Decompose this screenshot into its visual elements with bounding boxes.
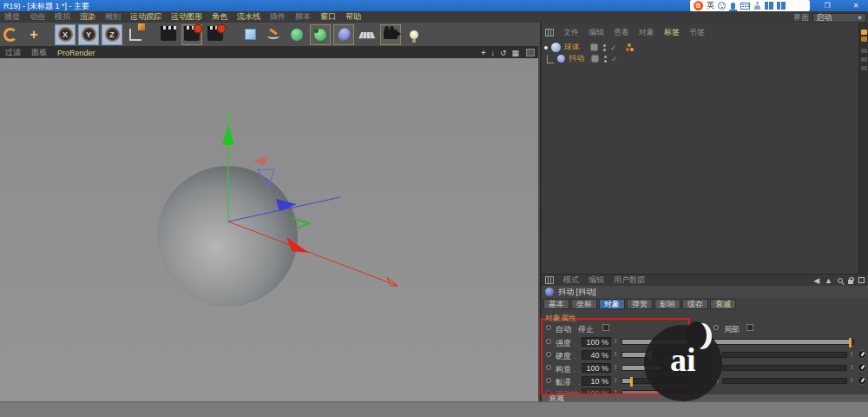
- account-icon[interactable]: [753, 2, 761, 10]
- map-dial-icon[interactable]: [858, 376, 866, 385]
- menu-snap[interactable]: 捕捉: [4, 11, 20, 23]
- generators-button[interactable]: [310, 24, 331, 45]
- ime-toolbar[interactable]: S 英: [690, 0, 810, 11]
- viewport-menu-prorender[interactable]: ProRender: [57, 49, 95, 57]
- menu-sculpt[interactable]: 雕刻: [105, 11, 121, 23]
- z-axis-lock-button[interactable]: Z: [102, 24, 122, 45]
- layer-toggle[interactable]: [591, 55, 599, 63]
- menu-simulate[interactable]: 模拟: [55, 11, 70, 23]
- keyboard-icon[interactable]: [740, 3, 750, 10]
- strip-button[interactable]: [861, 66, 867, 70]
- attr-menu-edit[interactable]: 编辑: [589, 275, 604, 286]
- mic-icon[interactable]: [731, 3, 735, 10]
- menu-help[interactable]: 帮助: [345, 11, 361, 23]
- menu-character[interactable]: 角色: [212, 11, 227, 23]
- layer-toggle[interactable]: [590, 43, 598, 51]
- x-axis-lock-button[interactable]: X: [55, 24, 76, 45]
- camera-button[interactable]: [380, 24, 401, 45]
- viewport[interactable]: 过滤 面板 ProRender + ↓ ↺ ▦: [0, 47, 538, 401]
- pan-icon[interactable]: +: [481, 49, 485, 57]
- render-view-button[interactable]: [158, 24, 179, 45]
- keyframe-circle-icon[interactable]: [713, 325, 719, 330]
- enabled-check-icon[interactable]: ✓: [611, 55, 618, 63]
- deformers-button[interactable]: [333, 24, 354, 45]
- y-axis-lock-button[interactable]: Y: [78, 24, 99, 45]
- rotate-icon[interactable]: ↺: [500, 49, 507, 57]
- restore-button[interactable]: ❐: [818, 0, 837, 11]
- menu-animation[interactable]: 动画: [30, 11, 45, 23]
- tab-basic[interactable]: 基本: [543, 299, 569, 309]
- menu-script[interactable]: 脚本: [295, 11, 311, 23]
- add-cube-button[interactable]: [240, 24, 260, 45]
- viewport-menu-filter[interactable]: 过滤: [5, 47, 21, 58]
- layout-dropdown[interactable]: 启动 ▼: [812, 13, 866, 23]
- back-icon[interactable]: ◀: [813, 276, 819, 285]
- ime-lang-label[interactable]: 英: [707, 0, 714, 11]
- folder-icon[interactable]: [861, 30, 867, 35]
- hierarchy-dot[interactable]: [544, 46, 548, 50]
- forward-icon[interactable]: ▲: [825, 276, 832, 285]
- zoom-icon[interactable]: ↓: [490, 49, 495, 57]
- viewport-menu-panel[interactable]: 面板: [31, 47, 47, 58]
- om-menu-bookmarks[interactable]: 书签: [689, 27, 705, 38]
- drag-map-field[interactable]: [722, 378, 847, 384]
- visibility-dots-icon[interactable]: [604, 55, 608, 63]
- tab-falloff[interactable]: 衰减: [710, 299, 736, 309]
- stiffness-map-field[interactable]: [722, 352, 847, 358]
- slider-handle[interactable]: [849, 338, 852, 348]
- coordinate-system-button[interactable]: [125, 24, 146, 45]
- om-menu-object[interactable]: 对象: [639, 27, 654, 38]
- spline-pen-button[interactable]: [263, 24, 284, 45]
- tab-object[interactable]: 对象: [599, 299, 625, 309]
- sphere-object[interactable]: [157, 166, 298, 307]
- tab-coord[interactable]: 坐标: [571, 299, 597, 309]
- object-name[interactable]: 球体: [564, 42, 580, 53]
- stepper-icon[interactable]: ↕: [850, 350, 853, 358]
- toolbox-icon[interactable]: [777, 2, 786, 10]
- map-dial-icon[interactable]: [858, 350, 866, 359]
- stepper-icon[interactable]: ↕: [850, 376, 853, 384]
- stepper-icon[interactable]: ↕: [850, 363, 853, 371]
- strip-button[interactable]: [861, 57, 867, 62]
- viewport-corner-icon[interactable]: [526, 49, 535, 56]
- panel-grid-icon[interactable]: [545, 276, 554, 284]
- attr-menu-mode[interactable]: 模式: [563, 275, 579, 286]
- close-button[interactable]: ✕: [846, 0, 865, 11]
- menu-motion-tracker[interactable]: 运动跟踪: [130, 11, 161, 23]
- strip-button[interactable]: [861, 49, 867, 53]
- menu-plugins[interactable]: 插件: [270, 11, 286, 23]
- map-dial-icon[interactable]: [858, 363, 866, 372]
- views-icon[interactable]: ▦: [511, 49, 519, 57]
- render-picture-viewer-button[interactable]: [181, 24, 202, 45]
- om-menu-view[interactable]: 查看: [614, 27, 629, 38]
- menu-render[interactable]: 渲染: [80, 11, 95, 23]
- om-menu-tags[interactable]: 标签: [664, 27, 680, 38]
- om-menu-edit[interactable]: 编辑: [589, 27, 604, 38]
- viewport-scene[interactable]: [0, 58, 538, 401]
- tab-forces[interactable]: 影响: [654, 299, 681, 309]
- undo-button[interactable]: [0, 24, 21, 45]
- tab-springs[interactable]: 弹簧: [627, 299, 653, 309]
- tab-cache[interactable]: 缓存: [682, 299, 708, 309]
- attr-menu-userdata[interactable]: 用户数据: [614, 275, 645, 286]
- render-settings-button[interactable]: [205, 24, 226, 45]
- sogou-logo-icon[interactable]: S: [694, 1, 703, 10]
- floor-button[interactable]: [357, 24, 378, 45]
- move-tool-button[interactable]: +: [23, 24, 44, 45]
- om-menu-file[interactable]: 文件: [563, 27, 579, 38]
- emoji-icon[interactable]: [718, 2, 726, 10]
- menu-window[interactable]: 窗口: [320, 11, 336, 23]
- menu-mograph[interactable]: 运动图形: [171, 11, 202, 23]
- object-row-sphere[interactable]: 球体 ✓: [542, 42, 868, 53]
- object-name[interactable]: 抖动: [569, 53, 584, 64]
- subdivision-surface-button[interactable]: [286, 24, 307, 45]
- menu-pipeline[interactable]: 流水线: [237, 11, 260, 23]
- object-row-jiggle[interactable]: 抖动 ✓: [542, 53, 868, 64]
- structure-map-field[interactable]: [722, 365, 847, 371]
- enabled-check-icon[interactable]: ✓: [610, 43, 617, 52]
- visibility-dots-icon[interactable]: [603, 43, 607, 52]
- panel-grid-icon[interactable]: [545, 29, 554, 36]
- light-button[interactable]: [404, 24, 424, 45]
- search-icon[interactable]: [838, 278, 843, 283]
- new-window-icon[interactable]: [858, 277, 865, 283]
